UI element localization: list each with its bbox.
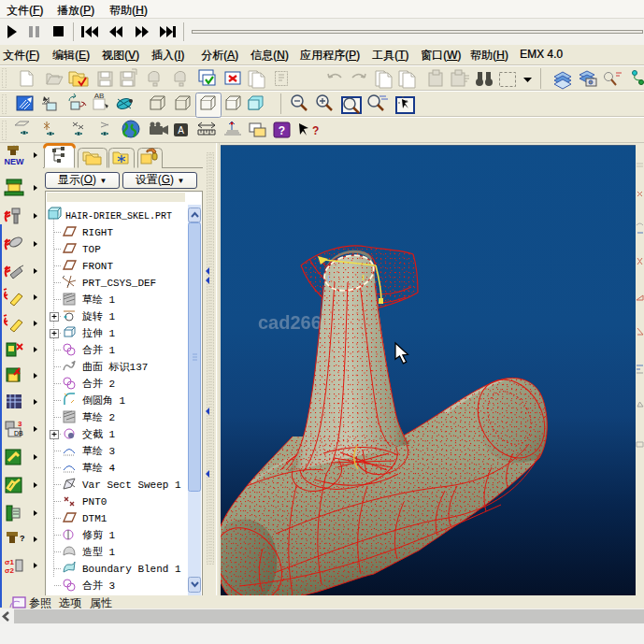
svg-text:?: ? — [279, 124, 285, 137]
svg-text:草绘 1: 草绘 1 — [82, 293, 116, 306]
svg-text:修剪 1: 修剪 1 — [82, 529, 116, 541]
svg-text:选项: 选项 — [59, 596, 81, 608]
svg-text:DB: DB — [14, 430, 23, 436]
svg-text:曲面 标识137: 曲面 标识137 — [82, 361, 148, 373]
svg-text:NEW: NEW — [5, 157, 25, 166]
svg-text:旋转 1: 旋转 1 — [81, 310, 116, 322]
svg-text:cad266: cad266 — [258, 312, 322, 333]
svg-text:倒圆角 1: 倒圆角 1 — [82, 395, 126, 407]
svg-text:合并 3: 合并 3 — [82, 580, 115, 592]
svg-text:PRT_CSYS_DEF: PRT_CSYS_DEF — [82, 278, 156, 289]
svg-text:属性: 属性 — [90, 596, 112, 608]
svg-text:3: 3 — [18, 420, 22, 428]
svg-text:合并 1: 合并 1 — [82, 344, 116, 356]
svg-text:Boundary Blend 1: Boundary Blend 1 — [82, 564, 181, 575]
svg-text:Var Sect Sweep 1: Var Sect Sweep 1 — [82, 479, 181, 491]
svg-text:σ2: σ2 — [5, 566, 14, 575]
svg-text:TOP: TOP — [82, 244, 101, 255]
svg-text:RIGHT: RIGHT — [82, 227, 113, 238]
svg-text:参照: 参照 — [29, 596, 51, 608]
svg-text:PNT0: PNT0 — [82, 496, 107, 508]
svg-text:合并 2: 合并 2 — [82, 378, 115, 390]
svg-text:DTM1: DTM1 — [82, 513, 107, 524]
svg-text:σ1: σ1 — [5, 558, 14, 566]
svg-text:?: ? — [20, 534, 25, 543]
svg-text:草绘 3: 草绘 3 — [82, 445, 115, 457]
svg-text:拉伸 1: 拉伸 1 — [82, 327, 116, 339]
svg-text:?: ? — [312, 124, 319, 137]
svg-text:AB: AB — [94, 92, 105, 100]
svg-text:FRONT: FRONT — [82, 261, 113, 272]
svg-text:造型 1: 造型 1 — [82, 546, 116, 558]
svg-text:交截 1: 交截 1 — [82, 428, 116, 440]
svg-text:HAIR-DRIER_SKEL.PRT: HAIR-DRIER_SKEL.PRT — [65, 211, 172, 222]
svg-text:草绘 2: 草绘 2 — [82, 411, 115, 423]
svg-text:草绘 4: 草绘 4 — [82, 462, 116, 474]
svg-text:A: A — [178, 125, 184, 136]
